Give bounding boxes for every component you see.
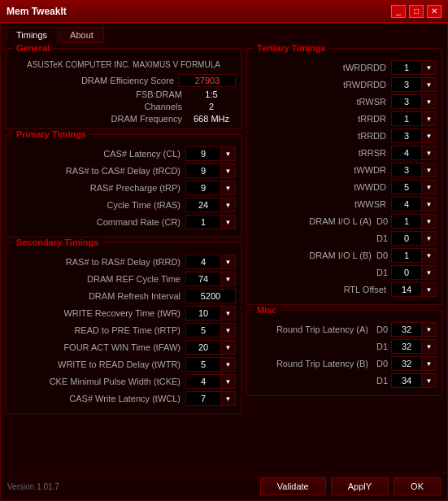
rtl-offset-label: RTL Offset bbox=[252, 285, 391, 294]
rtl-a-d0-input[interactable] bbox=[391, 322, 422, 337]
sec-control-7: ▼ bbox=[185, 374, 236, 389]
close-button[interactable]: ✕ bbox=[427, 5, 441, 18]
primary-timings-title: Primary Timings bbox=[13, 129, 89, 139]
primary-input-1[interactable] bbox=[185, 163, 221, 178]
rtl-b-d0-dropdown[interactable]: ▼ bbox=[422, 356, 437, 371]
rtl-b-d1-sublabel: D1 bbox=[373, 376, 391, 386]
tert-dropdown-8[interactable]: ▼ bbox=[422, 197, 437, 211]
tert-control-8: ▼ bbox=[391, 197, 437, 211]
sec-row-7: CKE Minimul Pulse Width (tCKE) ▼ bbox=[11, 374, 236, 389]
sec-dropdown-8[interactable]: ▼ bbox=[221, 391, 236, 406]
rtl-offset-dropdown[interactable]: ▼ bbox=[422, 282, 437, 297]
sec-dropdown-0[interactable]: ▼ bbox=[221, 255, 236, 269]
rtl-b-d1-control: ▼ bbox=[391, 373, 437, 388]
dram-io-b-d1-dropdown[interactable]: ▼ bbox=[422, 265, 437, 280]
rtl-a-d1-input[interactable] bbox=[391, 339, 422, 354]
sec-control-2 bbox=[185, 289, 236, 303]
tert-input-2[interactable] bbox=[391, 94, 422, 109]
dram-io-b-d0-input[interactable] bbox=[391, 248, 422, 263]
rtl-b-d1-dropdown[interactable]: ▼ bbox=[422, 373, 437, 388]
rtl-offset-input[interactable] bbox=[391, 282, 422, 297]
primary-dropdown-2[interactable]: ▼ bbox=[221, 181, 236, 195]
dram-io-b-d1-input[interactable] bbox=[391, 265, 422, 280]
sec-input-6[interactable] bbox=[185, 357, 221, 372]
primary-input-4[interactable] bbox=[185, 215, 221, 229]
tab-about[interactable]: About bbox=[59, 27, 104, 43]
rtl-b-d0-sublabel: D0 bbox=[373, 359, 391, 368]
primary-input-2[interactable] bbox=[185, 181, 221, 195]
sec-input-3[interactable] bbox=[185, 306, 221, 320]
rtl-b-d0-input[interactable] bbox=[391, 356, 422, 371]
rtl-a-d1-dropdown[interactable]: ▼ bbox=[422, 339, 437, 354]
tert-control-2: ▼ bbox=[391, 94, 437, 109]
primary-dropdown-3[interactable]: ▼ bbox=[221, 198, 236, 212]
tert-input-5[interactable] bbox=[391, 146, 422, 160]
freq-row: DRAM Frequency 668 MHz bbox=[11, 114, 236, 124]
title-bar: Mem TweakIt _ □ ✕ bbox=[0, 0, 448, 23]
sec-dropdown-4[interactable]: ▼ bbox=[221, 323, 236, 338]
ok-button[interactable]: OK bbox=[394, 477, 441, 495]
sec-control-6: ▼ bbox=[185, 357, 236, 372]
tert-input-7[interactable] bbox=[391, 180, 422, 194]
sec-dropdown-7[interactable]: ▼ bbox=[221, 374, 236, 389]
sec-row-3: WRITE Recovery Time (tWR) ▼ bbox=[11, 306, 236, 320]
fsb-label: FSB:DRAM bbox=[11, 89, 182, 99]
sec-label-6: WRITE to READ Delay (tWTR) bbox=[11, 359, 185, 369]
dram-io-a-d0-control: ▼ bbox=[391, 214, 437, 229]
minimize-button[interactable]: _ bbox=[391, 5, 406, 18]
sec-label-4: READ to PRE Time (tRTP) bbox=[11, 325, 185, 335]
sec-input-5[interactable] bbox=[185, 340, 221, 355]
sec-input-2[interactable] bbox=[185, 289, 236, 303]
dram-io-a-d1-dropdown[interactable]: ▼ bbox=[422, 231, 437, 246]
primary-dropdown-0[interactable]: ▼ bbox=[221, 146, 236, 161]
sec-dropdown-6[interactable]: ▼ bbox=[221, 357, 236, 372]
tert-dropdown-5[interactable]: ▼ bbox=[422, 146, 437, 160]
tert-dropdown-0[interactable]: ▼ bbox=[422, 60, 437, 75]
tab-timings[interactable]: Timings bbox=[6, 27, 58, 43]
primary-dropdown-4[interactable]: ▼ bbox=[221, 215, 236, 229]
dram-io-a-d0-dropdown[interactable]: ▼ bbox=[422, 214, 437, 229]
sec-dropdown-5[interactable]: ▼ bbox=[221, 340, 236, 355]
dram-io-b-d0-dropdown[interactable]: ▼ bbox=[422, 248, 437, 263]
tert-dropdown-1[interactable]: ▼ bbox=[422, 77, 437, 92]
tert-input-4[interactable] bbox=[391, 129, 422, 143]
primary-input-0[interactable] bbox=[185, 146, 221, 161]
version-label: Version 1.01.7 bbox=[7, 482, 59, 491]
tert-input-0[interactable] bbox=[391, 60, 422, 75]
sec-label-0: RAS# to RAS# Delay (tRRD) bbox=[11, 257, 185, 267]
primary-dropdown-1[interactable]: ▼ bbox=[221, 163, 236, 178]
tert-dropdown-6[interactable]: ▼ bbox=[422, 163, 437, 177]
sec-dropdown-1[interactable]: ▼ bbox=[221, 272, 236, 286]
rtl-a-d0-dropdown[interactable]: ▼ bbox=[422, 322, 437, 337]
sec-input-7[interactable] bbox=[185, 374, 221, 389]
tert-dropdown-3[interactable]: ▼ bbox=[422, 111, 437, 126]
tert-control-6: ▼ bbox=[391, 163, 437, 177]
tert-input-6[interactable] bbox=[391, 163, 422, 177]
tert-dropdown-4[interactable]: ▼ bbox=[422, 129, 437, 143]
sec-control-8: ▼ bbox=[185, 391, 236, 406]
validate-button[interactable]: Validate bbox=[260, 477, 326, 495]
dram-io-a-d0-input[interactable] bbox=[391, 214, 422, 229]
tert-row-7: tWWDD ▼ bbox=[252, 180, 437, 194]
tert-input-3[interactable] bbox=[391, 111, 422, 126]
sec-input-8[interactable] bbox=[185, 391, 221, 406]
tert-label-2: tRWSR bbox=[252, 97, 391, 107]
tert-input-1[interactable] bbox=[391, 77, 422, 92]
tert-dropdown-2[interactable]: ▼ bbox=[422, 94, 437, 109]
maximize-button[interactable]: □ bbox=[409, 5, 424, 18]
tert-input-8[interactable] bbox=[391, 197, 422, 211]
rtl-b-d1-input[interactable] bbox=[391, 373, 422, 388]
rtl-b-d0-control: ▼ bbox=[391, 356, 437, 371]
primary-input-3[interactable] bbox=[185, 198, 221, 212]
apply-button[interactable]: ApplY bbox=[331, 477, 389, 495]
tert-dropdown-7[interactable]: ▼ bbox=[422, 180, 437, 194]
sec-input-4[interactable] bbox=[185, 323, 221, 338]
dram-io-a-d1-input[interactable] bbox=[391, 231, 422, 246]
sec-input-0[interactable] bbox=[185, 255, 221, 269]
sec-dropdown-3[interactable]: ▼ bbox=[221, 306, 236, 320]
rtl-a-d1-sublabel: D1 bbox=[373, 342, 391, 351]
sec-input-1[interactable] bbox=[185, 272, 221, 286]
tert-label-0: tWRDRDD bbox=[252, 63, 391, 72]
tert-row-5: tRRSR ▼ bbox=[252, 146, 437, 160]
tert-row-8: tWWSR ▼ bbox=[252, 197, 437, 211]
